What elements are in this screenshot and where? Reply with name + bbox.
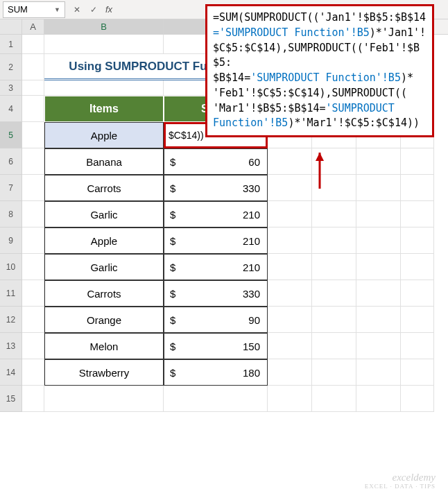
cell[interactable] (22, 201, 44, 227)
cell[interactable] (401, 254, 434, 280)
table-row-sales[interactable]: $210 (164, 227, 268, 254)
row-header[interactable]: 14 (0, 359, 22, 386)
table-row-sales[interactable]: $330 (164, 280, 268, 307)
select-all-corner[interactable] (0, 19, 22, 34)
cell[interactable] (401, 333, 434, 359)
cell[interactable] (312, 359, 356, 386)
cell[interactable] (22, 35, 44, 54)
cell[interactable] (356, 227, 401, 254)
cell[interactable] (401, 227, 434, 254)
row-header[interactable]: 5 (0, 122, 22, 148)
table-row-sales[interactable]: $150 (164, 333, 268, 359)
cell[interactable] (22, 254, 44, 280)
cell[interactable] (268, 280, 312, 307)
cell[interactable] (401, 148, 434, 175)
cell[interactable] (22, 80, 44, 96)
cell[interactable] (356, 307, 401, 333)
row-header[interactable]: 9 (0, 227, 22, 254)
cell[interactable] (268, 148, 312, 175)
row-header[interactable]: 13 (0, 333, 22, 359)
row-header[interactable]: 8 (0, 201, 22, 227)
cell[interactable] (22, 307, 44, 333)
cell[interactable] (356, 148, 401, 175)
cell[interactable] (22, 148, 44, 175)
cell[interactable] (401, 175, 434, 201)
table-row-sales[interactable]: $60 (164, 148, 268, 175)
table-row-sales[interactable]: $90 (164, 307, 268, 333)
cancel-icon[interactable]: ✕ (71, 3, 83, 16)
cell[interactable] (164, 386, 268, 412)
chevron-down-icon[interactable]: ▼ (54, 6, 60, 13)
cell[interactable] (312, 386, 356, 412)
row-header[interactable]: 7 (0, 175, 22, 201)
cell[interactable] (268, 359, 312, 386)
cell[interactable] (401, 280, 434, 307)
cell[interactable] (312, 307, 356, 333)
cell[interactable] (312, 201, 356, 227)
cell[interactable] (312, 333, 356, 359)
cell[interactable] (312, 254, 356, 280)
table-row-item[interactable]: Garlic (44, 254, 164, 280)
cell[interactable] (22, 54, 44, 80)
cell[interactable] (401, 307, 434, 333)
fx-icon[interactable]: fx (105, 4, 112, 15)
sales-value: 330 (243, 182, 260, 194)
table-row-sales[interactable]: $210 (164, 201, 268, 227)
row-header[interactable]: 12 (0, 307, 22, 333)
table-row-item[interactable]: Strawberry (44, 359, 164, 386)
cell[interactable] (22, 333, 44, 359)
cell[interactable] (44, 35, 164, 54)
cell[interactable] (22, 175, 44, 201)
cell[interactable] (356, 254, 401, 280)
cell[interactable] (401, 359, 434, 386)
cell[interactable] (356, 333, 401, 359)
confirm-icon[interactable]: ✓ (87, 3, 100, 16)
table-row-item[interactable]: Carrots (44, 175, 164, 201)
cell[interactable] (268, 175, 312, 201)
cell[interactable] (356, 201, 401, 227)
cell[interactable] (44, 386, 164, 412)
cell[interactable] (22, 386, 44, 412)
row-header[interactable]: 3 (0, 80, 22, 96)
table-row-sales[interactable]: $210 (164, 254, 268, 280)
cell[interactable] (22, 359, 44, 386)
row-header[interactable]: 1 (0, 35, 22, 54)
name-box[interactable]: SUM ▼ (3, 1, 65, 18)
col-header-b[interactable]: B (44, 19, 164, 34)
table-row-item[interactable]: Carrots (44, 280, 164, 307)
table-row-sales[interactable]: $330 (164, 175, 268, 201)
cell[interactable] (312, 280, 356, 307)
cell[interactable] (356, 386, 401, 412)
cell[interactable] (401, 386, 434, 412)
cell[interactable] (22, 280, 44, 307)
table-row-item[interactable]: Apple (44, 122, 164, 148)
cell[interactable] (268, 386, 312, 412)
row-header[interactable]: 6 (0, 148, 22, 175)
cell[interactable] (44, 80, 164, 96)
cell[interactable] (268, 254, 312, 280)
cell[interactable] (268, 307, 312, 333)
row-header[interactable]: 11 (0, 280, 22, 307)
table-row-item[interactable]: Garlic (44, 201, 164, 227)
row-header[interactable]: 15 (0, 386, 22, 412)
row-header[interactable]: 10 (0, 254, 22, 280)
cell[interactable] (268, 333, 312, 359)
cell[interactable] (356, 280, 401, 307)
table-row-item[interactable]: Orange (44, 307, 164, 333)
row-header[interactable]: 2 (0, 54, 22, 80)
table-row-item[interactable]: Melon (44, 333, 164, 359)
table-row-item[interactable]: Banana (44, 148, 164, 175)
cell[interactable] (401, 201, 434, 227)
cell[interactable] (268, 227, 312, 254)
cell[interactable] (312, 227, 356, 254)
cell[interactable] (356, 175, 401, 201)
cell[interactable] (22, 96, 44, 122)
col-header-a[interactable]: A (22, 19, 44, 34)
cell[interactable] (356, 359, 401, 386)
cell[interactable] (22, 122, 44, 148)
row-header[interactable]: 4 (0, 96, 22, 122)
cell[interactable] (22, 227, 44, 254)
table-row-sales[interactable]: $180 (164, 359, 268, 386)
cell[interactable] (268, 201, 312, 227)
table-row-item[interactable]: Apple (44, 227, 164, 254)
